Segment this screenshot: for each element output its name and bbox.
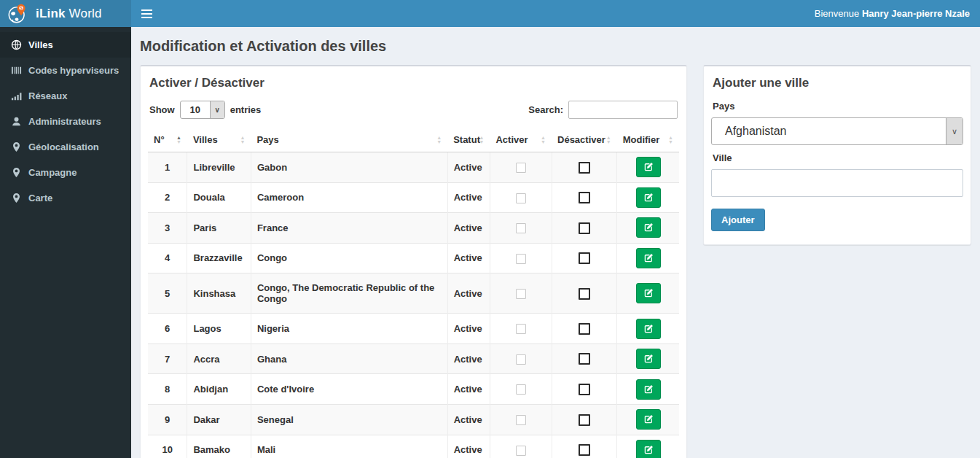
cell-numero: 8 bbox=[148, 374, 187, 405]
cell-numero: 3 bbox=[148, 213, 187, 244]
navbar: Bienvenue Hanry Jean-pierre Nzale bbox=[131, 0, 980, 27]
table-row: 9 Dakar Senegal Active bbox=[148, 404, 679, 435]
column-header[interactable]: ▲▼ Modifier bbox=[617, 128, 679, 152]
desactiver-checkbox[interactable] bbox=[579, 162, 590, 174]
sort-icon: ▲▼ bbox=[436, 136, 442, 144]
sidebar-item-r-seaux[interactable]: Réseaux bbox=[0, 83, 131, 109]
cell-statut: Active bbox=[447, 182, 490, 213]
sort-icon: ▲▼ bbox=[668, 136, 673, 144]
cell-pays: Senegal bbox=[251, 404, 447, 435]
edit-pencil-icon bbox=[643, 354, 654, 364]
sidebar-item-label: Carte bbox=[28, 193, 52, 203]
cell-pays: Cote d'Ivoire bbox=[251, 374, 447, 405]
modifier-button[interactable] bbox=[636, 440, 661, 458]
cell-ville: Dakar bbox=[187, 404, 251, 435]
search-input[interactable] bbox=[568, 101, 678, 119]
cell-statut: Active bbox=[447, 404, 490, 435]
brand-regular: World bbox=[69, 7, 102, 20]
column-header[interactable]: ▲▼ Statut bbox=[447, 128, 490, 152]
desactiver-checkbox[interactable] bbox=[579, 288, 590, 300]
edit-pencil-icon bbox=[643, 253, 654, 263]
cell-pays: Mali bbox=[251, 435, 447, 458]
villes-table: ▲▼ N° ▲▼ Villes ▲▼ Pays ▲▼ Statut ▲▼ Act… bbox=[148, 128, 679, 458]
cell-statut: Active bbox=[447, 374, 490, 405]
cell-statut: Active bbox=[447, 273, 490, 314]
page-length-select[interactable]: 10 ∨ bbox=[180, 101, 225, 119]
table-row: 3 Paris France Active bbox=[148, 213, 679, 244]
globe-icon bbox=[11, 39, 22, 50]
pays-selected-value: Afghanistan bbox=[712, 118, 946, 144]
desactiver-checkbox[interactable] bbox=[579, 252, 590, 264]
edit-pencil-icon bbox=[643, 445, 654, 455]
sidebar-item-carte[interactable]: Carte bbox=[0, 185, 131, 211]
modifier-button[interactable] bbox=[636, 379, 661, 400]
sidebar-item-villes[interactable]: Villes bbox=[0, 32, 131, 58]
ville-input[interactable] bbox=[711, 169, 963, 197]
desactiver-checkbox[interactable] bbox=[579, 384, 590, 395]
activer-checkbox bbox=[516, 193, 526, 203]
column-header-label: Statut bbox=[453, 134, 480, 145]
activer-checkbox bbox=[516, 446, 526, 456]
table-row: 5 Kinshasa Congo, The Democratic Republi… bbox=[148, 273, 679, 314]
modifier-button[interactable] bbox=[636, 187, 661, 208]
table-row: 6 Lagos Nigeria Active bbox=[148, 314, 679, 344]
sidebar-item-administrateurs[interactable]: Administrateurs bbox=[0, 109, 131, 134]
add-city-panel: Ajouter une ville Pays Afghanistan ∨ Vil… bbox=[703, 65, 971, 245]
column-header-label: N° bbox=[154, 134, 165, 145]
modifier-button[interactable] bbox=[636, 409, 661, 430]
modifier-button[interactable] bbox=[636, 248, 661, 268]
cell-pays: Nigeria bbox=[251, 314, 447, 344]
sort-icon: ▲▼ bbox=[541, 136, 546, 144]
activer-checkbox bbox=[516, 415, 526, 425]
table-row: 8 Abidjan Cote d'Ivoire Active bbox=[148, 374, 679, 405]
column-header[interactable]: ▲▼ Activer bbox=[490, 128, 552, 152]
desactiver-checkbox[interactable] bbox=[579, 353, 590, 365]
cell-statut: Active bbox=[447, 243, 490, 273]
cell-numero: 9 bbox=[148, 404, 187, 435]
activer-checkbox bbox=[516, 354, 526, 365]
cell-ville: Paris bbox=[187, 213, 251, 244]
column-header[interactable]: ▲▼ Désactiver bbox=[552, 128, 617, 152]
table-header-row: ▲▼ N° ▲▼ Villes ▲▼ Pays ▲▼ Statut ▲▼ Act… bbox=[148, 128, 679, 152]
cell-pays: Gabon bbox=[251, 152, 447, 183]
pays-label: Pays bbox=[713, 101, 963, 112]
modifier-button[interactable] bbox=[636, 157, 661, 177]
show-label: Show bbox=[149, 104, 175, 115]
pays-select[interactable]: Afghanistan ∨ bbox=[711, 117, 963, 145]
sidebar-item-campagne[interactable]: Campagne bbox=[0, 160, 131, 185]
cell-ville: Accra bbox=[187, 344, 251, 374]
sidebar-toggle-hamburger-icon[interactable] bbox=[131, 0, 162, 27]
column-header[interactable]: ▲▼ Pays bbox=[251, 128, 447, 152]
column-header[interactable]: ▲▼ N° bbox=[148, 128, 187, 152]
desactiver-checkbox[interactable] bbox=[579, 222, 590, 234]
search-label: Search: bbox=[528, 104, 563, 115]
sidebar-item-g-olocalisation[interactable]: Géolocalisation bbox=[0, 134, 131, 160]
welcome-message: Bienvenue Hanry Jean-pierre Nzale bbox=[815, 8, 980, 19]
table-row: 4 Brazzaville Congo Active bbox=[148, 243, 679, 273]
desactiver-checkbox[interactable] bbox=[579, 444, 590, 456]
sidebar-item-codes-hyperviseurs[interactable]: Codes hyperviseurs bbox=[0, 58, 131, 83]
cell-ville: Douala bbox=[187, 182, 251, 213]
desactiver-checkbox[interactable] bbox=[579, 414, 590, 426]
modifier-button[interactable] bbox=[636, 349, 661, 369]
edit-pencil-icon bbox=[643, 162, 654, 172]
marker-icon bbox=[11, 141, 22, 152]
modifier-button[interactable] bbox=[636, 283, 661, 303]
app-logo[interactable]: $ iLink World bbox=[0, 0, 131, 27]
signal-icon bbox=[11, 90, 22, 101]
table-row: 10 Bamako Mali Active bbox=[148, 435, 679, 458]
modifier-button[interactable] bbox=[636, 217, 661, 238]
edit-pencil-icon bbox=[643, 288, 654, 298]
panel-title: Activer / Désactiver bbox=[149, 76, 679, 90]
sidebar-item-label: Administrateurs bbox=[28, 116, 101, 127]
cell-ville: Lagos bbox=[187, 314, 251, 344]
edit-pencil-icon bbox=[643, 193, 654, 203]
column-header[interactable]: ▲▼ Villes bbox=[187, 128, 251, 152]
desactiver-checkbox[interactable] bbox=[579, 192, 590, 203]
modifier-button[interactable] bbox=[636, 319, 661, 339]
ajouter-button[interactable]: Ajouter bbox=[711, 209, 765, 231]
sort-icon: ▲▼ bbox=[606, 136, 611, 144]
desactiver-checkbox[interactable] bbox=[579, 323, 590, 335]
cell-ville: Bamako bbox=[187, 435, 251, 458]
cell-numero: 1 bbox=[148, 152, 187, 183]
